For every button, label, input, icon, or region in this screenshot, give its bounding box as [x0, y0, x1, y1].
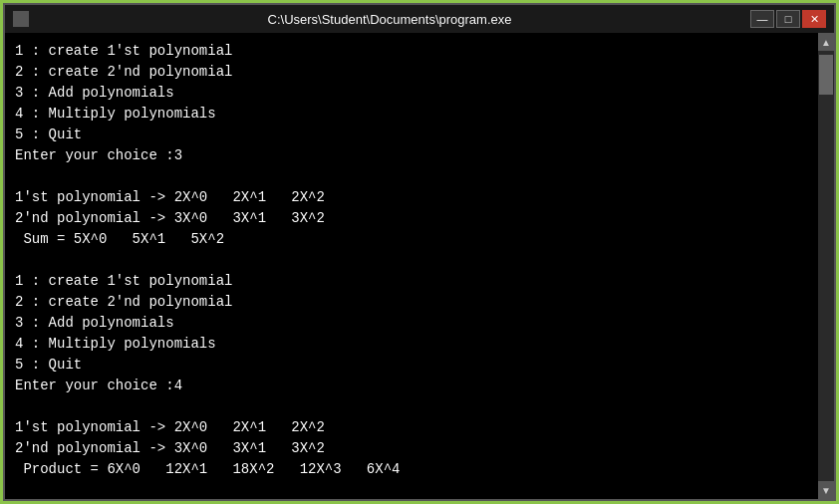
window-controls: — □ ✕ [750, 10, 826, 28]
maximize-button[interactable]: □ [776, 10, 800, 28]
minimize-button[interactable]: — [750, 10, 774, 28]
scroll-down-arrow[interactable]: ▼ [818, 481, 834, 499]
content-area: 1 : create 1'st polynomial 2 : create 2'… [5, 33, 834, 499]
scroll-thumb[interactable] [819, 55, 833, 95]
window-icon [13, 11, 29, 27]
window-title: C:\Users\Student\Documents\program.exe [29, 12, 750, 27]
scrollbar[interactable]: ▲ ▼ [818, 33, 834, 499]
terminal-output[interactable]: 1 : create 1'st polynomial 2 : create 2'… [5, 33, 818, 499]
scroll-track [818, 51, 834, 481]
scroll-up-arrow[interactable]: ▲ [818, 33, 834, 51]
close-button[interactable]: ✕ [802, 10, 826, 28]
console-window: C:\Users\Student\Documents\program.exe —… [3, 3, 836, 501]
title-bar: C:\Users\Student\Documents\program.exe —… [5, 5, 834, 33]
